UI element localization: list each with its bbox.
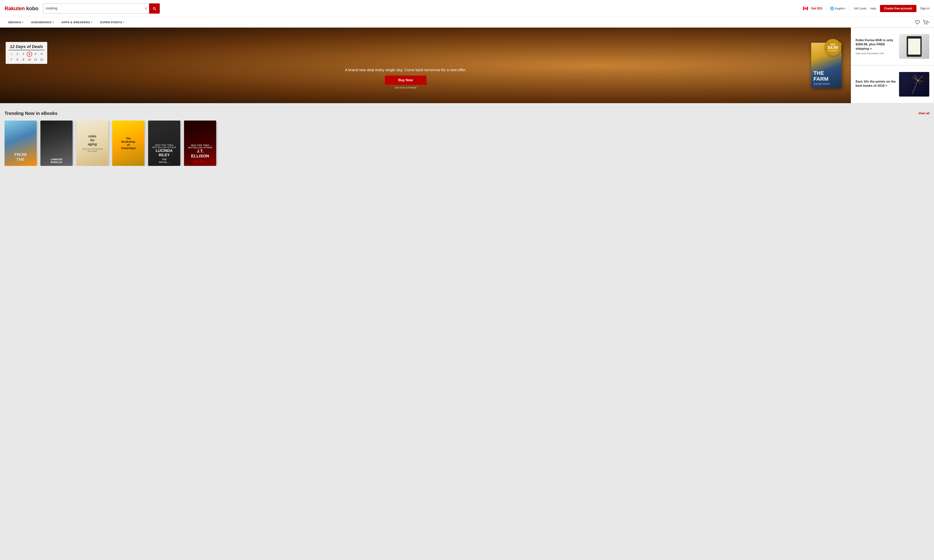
search-submit-button[interactable] <box>149 3 160 14</box>
gift-cards-link[interactable]: Gift Cards <box>854 7 866 10</box>
svg-point-16 <box>923 85 924 85</box>
nav-item-apps-ereaders[interactable]: APPS & eREADERS ▾ <box>58 17 96 28</box>
language-label: English <box>835 7 844 10</box>
nav-item-ebooks[interactable]: eBOOKS ▾ <box>5 17 28 28</box>
view-all-button[interactable]: View all <box>919 112 929 115</box>
top-bar: Rakuten kobo cooking ✕ 🇨🇦 Get $15 🌐 Engl… <box>0 0 934 17</box>
wishlist-button[interactable] <box>915 20 920 25</box>
language-selector[interactable]: 🌐 English ▾ <box>830 6 846 11</box>
list-item[interactable]: LINWOODBARCLAY <box>40 120 72 166</box>
calendar-title: 12 Days of Deals <box>9 44 44 50</box>
create-account-button[interactable]: Create free account <box>880 5 916 12</box>
svg-point-17 <box>916 75 916 75</box>
list-item[interactable]: FROMTHE <box>5 120 37 166</box>
cal-day-11: 11 <box>33 57 38 62</box>
svg-point-18 <box>908 82 909 83</box>
banner-book: NOW $4.99 WAS $13.99 THE FARM JOANNE RAM… <box>811 43 845 88</box>
nav-items: eBOOKS ▾ AUDIOBOOKS ▾ APPS & eREADERS ▾ … <box>5 17 915 28</box>
side-banner-kobo-text: Kobo Forma 8GB is only $269.99, plus FRE… <box>856 38 896 55</box>
cart-button[interactable]: ▾ <box>923 20 929 25</box>
price-badge: NOW $4.99 WAS $13.99 <box>825 39 842 56</box>
kobo-device-image <box>899 34 929 59</box>
cal-day-12: 12 <box>39 57 44 62</box>
trending-title: Trending Now in eBooks <box>5 111 57 116</box>
nav-label-apps-ereaders: APPS & eREADERS <box>62 21 90 24</box>
side-banner-points-text: Earn 10x the points on the best books of… <box>856 80 896 89</box>
nav-label-super-points: SUPER POINTS <box>100 21 122 24</box>
book-cover-6: NEW YORK TIMES BESTSELLING AUTHOR J.T.EL… <box>184 120 216 166</box>
cal-day-10: 10 <box>27 57 32 62</box>
svg-line-3 <box>912 80 918 94</box>
cal-day-8: 8 <box>15 57 20 62</box>
side-banner-kobo-sub: Sale ends December 24th <box>856 52 896 55</box>
flag-deal-area: 🇨🇦 Get $15 <box>803 6 822 11</box>
banner-left: 12 Days of Deals 1 2 3 4 5 6 7 8 9 <box>6 42 806 89</box>
book-cover-4: TheBookshopofYesterdays <box>112 120 145 166</box>
banner-area: 12 Days of Deals 1 2 3 4 5 6 7 8 9 <box>0 28 934 103</box>
cal-day-6: 6 <box>39 52 44 57</box>
help-link[interactable]: Help <box>870 7 876 10</box>
cal-day-1: 1 <box>9 52 14 57</box>
nav-item-audiobooks[interactable]: AUDIOBOOKS ▾ <box>28 17 58 28</box>
list-item[interactable]: NEW YORK TIMES BESTSELLING AUTHOR J.T.EL… <box>184 120 216 166</box>
svg-point-1 <box>927 24 927 24</box>
cal-day-2: 2 <box>15 52 20 57</box>
svg-point-13 <box>914 75 915 76</box>
nav-label-audiobooks: AUDIOBOOKS <box>31 21 52 24</box>
list-item[interactable]: TheBookshopofYesterdays <box>112 120 145 166</box>
cal-day-7: 7 <box>9 57 14 62</box>
calendar-grid: 1 2 3 4 5 6 7 8 9 10 11 12 <box>9 52 44 62</box>
logo[interactable]: Rakuten kobo <box>5 6 38 12</box>
side-banner-kobo-link[interactable]: Kobo Forma 8GB is only $269.99, plus FRE… <box>856 38 893 50</box>
sale-ends-text: Sale ends at midnight <box>6 86 806 89</box>
search-input[interactable]: cooking <box>43 6 143 11</box>
chevron-down-icon: ▾ <box>123 21 125 23</box>
chevron-down-icon: ▾ <box>928 21 929 24</box>
search-clear-button[interactable]: ✕ <box>143 6 149 11</box>
side-banner-earn-points[interactable]: Earn 10x the points on the best books of… <box>851 65 934 103</box>
cal-day-9: 9 <box>21 57 26 62</box>
book-cover-5: NEW YORK TIMES BESTSELLING AUTHOR LUCIND… <box>148 120 180 166</box>
main-banner[interactable]: 12 Days of Deals 1 2 3 4 5 6 7 8 9 <box>0 28 851 103</box>
divider <box>809 6 810 11</box>
nav-right: ▾ <box>915 20 929 25</box>
buy-now-button[interactable]: Buy Now <box>385 75 426 85</box>
svg-line-5 <box>918 77 922 80</box>
list-item[interactable]: rulesforaging resist normal impulseslive… <box>76 120 108 166</box>
svg-point-11 <box>922 76 922 77</box>
book-cover-2: LINWOODBARCLAY <box>40 120 72 166</box>
banner-tagline: A brand new deal every single day. Come … <box>6 67 806 72</box>
list-item[interactable]: NEW YORK TIMES BESTSELLING AUTHOR LUCIND… <box>148 120 180 166</box>
chevron-down-icon: ▾ <box>53 21 54 23</box>
side-banner-points-link[interactable]: Earn 10x the points on the best books of… <box>856 80 896 88</box>
side-banner-kobo-forma[interactable]: Kobo Forma 8GB is only $269.99, plus FRE… <box>851 28 934 65</box>
ereader-shape <box>906 36 922 57</box>
trending-section: Trending Now in eBooks View all FROMTHE … <box>0 103 934 170</box>
book-cover-1: FROMTHE <box>5 120 37 166</box>
svg-point-0 <box>925 24 925 24</box>
price-was: WAS $13.99 <box>828 50 838 52</box>
sparkle-svg <box>901 73 927 95</box>
cart-icon <box>923 20 928 25</box>
book-cover-3: rulesforaging resist normal impulseslive… <box>76 120 108 166</box>
get-deal-link[interactable]: Get $15 <box>811 7 822 10</box>
cal-day-5: 5 <box>33 52 38 57</box>
books-grid: FROMTHE LINWOODBARCLAY rulesforaging res… <box>5 120 929 166</box>
top-right-area: 🇨🇦 Get $15 🌐 English ▾ Gift Cards Help C… <box>803 5 929 12</box>
ereader-screen <box>908 38 920 55</box>
chevron-down-icon: ▾ <box>22 21 24 23</box>
chevron-down-icon: ▾ <box>845 7 846 10</box>
chevron-down-icon: ▾ <box>91 21 92 23</box>
main-content: 12 Days of Deals 1 2 3 4 5 6 7 8 9 <box>0 28 934 170</box>
nav-label-ebooks: eBOOKS <box>8 21 21 24</box>
cal-day-4: 4 <box>27 52 32 57</box>
book-title-farm: THE FARM <box>814 70 839 82</box>
svg-point-15 <box>910 78 911 79</box>
globe-icon: 🌐 <box>830 6 834 11</box>
sign-in-button[interactable]: Sign in <box>920 7 929 10</box>
sparkle-image <box>899 72 929 97</box>
nav-item-super-points[interactable]: SUPER POINTS ▾ <box>96 17 128 28</box>
price-amount: $4.99 <box>828 46 838 50</box>
side-banner-kobo-title: Kobo Forma 8GB is only $269.99, plus FRE… <box>856 38 896 51</box>
canada-flag-icon: 🇨🇦 <box>803 6 808 11</box>
